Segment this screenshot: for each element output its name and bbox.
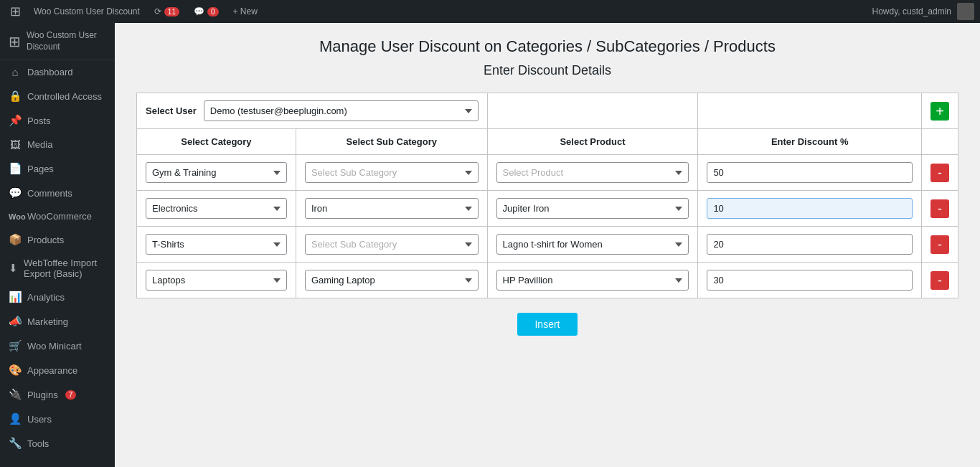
sidebar-item-label: Posts [27, 115, 51, 126]
sidebar-item-pages[interactable]: 📄 Pages [0, 156, 115, 181]
tools-icon: 🔧 [9, 437, 22, 450]
sidebar-item-plugins[interactable]: 🔌 Plugins 7 [0, 382, 115, 407]
sidebar-item-label: WebToffee Import Export (Basic) [24, 258, 106, 279]
category-select[interactable]: Laptops [146, 270, 287, 291]
sub-category-select[interactable]: Gaming Laptop [305, 270, 479, 291]
comments-item[interactable]: 💬 0 [188, 0, 225, 23]
header-discount: Enter Discount % [698, 129, 922, 155]
discount-input[interactable] [707, 270, 913, 291]
analytics-icon: 📊 [9, 291, 22, 303]
select-user-label: Select User [146, 105, 197, 116]
updates-icon: ⟳ [154, 6, 161, 16]
sidebar-item-woocommerce[interactable]: Woo WooCommerce [0, 205, 115, 227]
insert-button[interactable]: Insert [517, 313, 577, 336]
user-select[interactable]: Demo (testuser@beeplugin.com) [204, 100, 479, 121]
header-category: Select Category [137, 129, 296, 155]
header-action [922, 129, 958, 155]
sidebar-item-label: Tools [27, 438, 49, 449]
minicart-icon: 🛒 [9, 339, 22, 352]
avatar[interactable] [957, 3, 974, 20]
wp-logo-icon[interactable]: ⊞ [6, 4, 25, 19]
appearance-icon: 🎨 [9, 364, 22, 377]
remove-row-button[interactable]: - [930, 164, 949, 182]
sidebar-item-label: WooCommerce [27, 211, 92, 222]
discount-input[interactable] [707, 198, 913, 219]
comments-icon: 💬 [194, 6, 204, 16]
new-item[interactable]: + New [227, 0, 263, 23]
pages-icon: 📄 [9, 162, 22, 175]
sub-category-select[interactable]: Select Sub Category [305, 234, 479, 255]
admin-bar: ⊞ Woo Custom User Discount ⟳ 11 💬 0 + Ne… [0, 0, 980, 23]
products-icon: 📦 [9, 233, 22, 246]
sidebar-item-users[interactable]: 👤 Users [0, 407, 115, 431]
sidebar-item-label: Controlled Access [27, 91, 102, 102]
category-select[interactable]: Gym & Training [146, 162, 287, 183]
sidebar-item-label: Plugins [27, 390, 58, 400]
sidebar-item-appearance[interactable]: 🎨 Appearance [0, 358, 115, 382]
discount-input[interactable] [707, 162, 913, 183]
discount-input[interactable] [707, 234, 913, 255]
sidebar-item-label: Appearance [27, 365, 77, 376]
sidebar-item-dashboard[interactable]: ⌂ Dashboard [0, 60, 115, 84]
product-select[interactable]: Lagno t-shirt for Women [496, 234, 689, 255]
sub-category-select[interactable]: Select Sub Category [305, 162, 479, 183]
howdy-text: Howdy, custd_admin [867, 6, 958, 16]
sidebar-item-label: Dashboard [27, 67, 73, 77]
updates-item[interactable]: ⟳ 11 [149, 0, 185, 23]
product-select[interactable]: Select Product [496, 162, 689, 183]
comments-icon: 💬 [9, 187, 22, 199]
new-label: + New [233, 6, 258, 16]
lock-icon: 🔒 [9, 90, 22, 103]
category-select[interactable]: T-Shirts [146, 234, 287, 255]
site-name[interactable]: Woo Custom User Discount [28, 0, 146, 23]
sidebar-item-woo-minicart[interactable]: 🛒 Woo Minicart [0, 334, 115, 358]
product-select[interactable]: HP Pavillion [496, 270, 689, 291]
updates-count: 11 [164, 7, 179, 16]
remove-row-button[interactable]: - [930, 271, 949, 290]
sidebar-logo: ⊞ Woo Custom User Discount [0, 23, 115, 60]
plugins-icon: 🔌 [9, 388, 22, 401]
sidebar-item-media[interactable]: 🖼 Media [0, 133, 115, 156]
sub-category-select[interactable]: Iron [305, 198, 479, 219]
user-select-dropdown[interactable]: Demo (testuser@beeplugin.com) [204, 100, 479, 121]
users-icon: 👤 [9, 412, 22, 425]
table-row: LaptopsGaming LaptopHP Pavillion- [137, 263, 958, 298]
product-select[interactable]: Jupiter Iron [496, 198, 689, 219]
add-row-button[interactable]: + [930, 102, 949, 121]
sidebar-item-label: Users [27, 414, 52, 425]
sidebar-item-products[interactable]: 📦 Products [0, 227, 115, 252]
sidebar-item-analytics[interactable]: 📊 Analytics [0, 285, 115, 309]
sidebar-item-webtoffee[interactable]: ⬇ WebToffee Import Export (Basic) [0, 252, 115, 285]
admin-bar-right: Howdy, custd_admin [867, 3, 975, 20]
page-title: Manage User Discount on Categories / Sub… [136, 37, 958, 56]
sidebar-logo-text: Woo Custom User Discount [27, 30, 106, 52]
sidebar-item-tools[interactable]: 🔧 Tools [0, 431, 115, 456]
sidebar-item-posts[interactable]: 📌 Posts [0, 108, 115, 133]
sidebar-item-label: Products [27, 235, 64, 245]
sidebar-item-label: Comments [27, 188, 72, 199]
sidebar-item-comments[interactable]: 💬 Comments [0, 181, 115, 205]
remove-row-button[interactable]: - [930, 199, 949, 218]
insert-btn-container: Insert [136, 313, 958, 336]
discount-table: Select User Demo (testuser@beeplugin.com… [136, 93, 958, 298]
webtoffee-icon: ⬇ [9, 262, 18, 275]
remove-row-button[interactable]: - [930, 235, 949, 254]
sidebar-logo-icon: ⊞ [9, 33, 21, 50]
category-select[interactable]: Electronics [146, 198, 287, 219]
table-row: Gym & TrainingSelect Sub CategorySelect … [137, 155, 958, 191]
sidebar-item-marketing[interactable]: 📣 Marketing [0, 309, 115, 334]
marketing-icon: 📣 [9, 315, 22, 328]
sidebar-item-controlled-access[interactable]: 🔒 Controlled Access [0, 84, 115, 108]
section-title: Enter Discount Details [136, 63, 958, 78]
comments-count: 0 [207, 7, 219, 16]
posts-icon: 📌 [9, 114, 22, 127]
table-row: ElectronicsIronJupiter Iron- [137, 191, 958, 227]
plugins-badge: 7 [65, 390, 77, 400]
sidebar-item-label: Woo Minicart [27, 341, 82, 352]
header-sub-category: Select Sub Category [296, 129, 487, 155]
media-icon: 🖼 [9, 138, 22, 151]
site-name-text: Woo Custom User Discount [34, 6, 140, 16]
main-content: Manage User Discount on Categories / Sub… [115, 23, 980, 467]
header-product: Select Product [487, 129, 698, 155]
sidebar: ⊞ Woo Custom User Discount ⌂ Dashboard 🔒… [0, 23, 115, 467]
